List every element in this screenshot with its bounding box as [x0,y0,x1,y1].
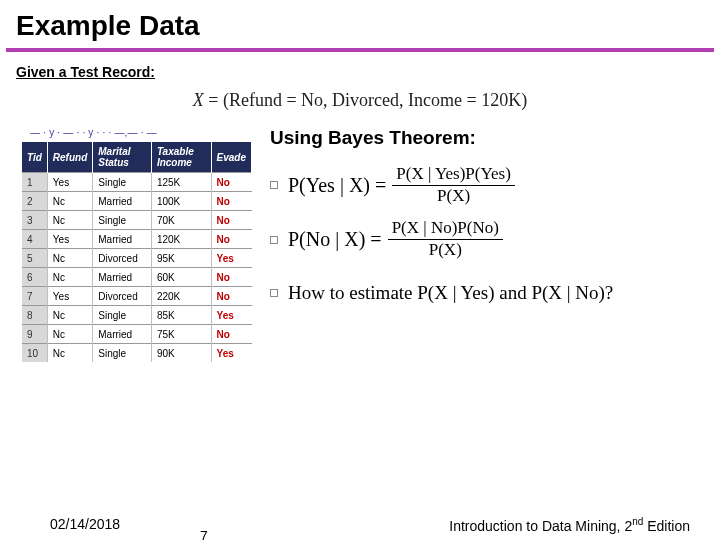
cell-income: 90K [151,344,211,363]
table-row: 9NcMarried75KNo [22,325,252,344]
cell-tid: 8 [22,306,47,325]
howto-text: How to estimate P(X | Yes) and P(X | No)… [288,282,613,304]
test-record-formula: X = (Refund = No, Divorced, Income = 120… [0,90,720,111]
cell-refund: Nc [47,249,92,268]
cell-evade: No [211,325,251,344]
table-row: 7YesDivorced220KNo [22,287,252,306]
divider [6,48,714,52]
table-column: — · y · — · · y · · · —,— · — Tid Refund… [0,127,270,362]
cell-refund: Nc [47,192,92,211]
cell-evade: No [211,287,251,306]
footer-date: 02/14/2018 [50,516,120,534]
cell-income: 70K [151,211,211,230]
cell-status: Married [93,268,152,287]
eq2-lhs: P(No | X) = [288,228,382,251]
cell-income: 60K [151,268,211,287]
cell-status: Divorced [93,287,152,306]
cell-evade: No [211,173,251,192]
cell-tid: 7 [22,287,47,306]
square-bullet-icon [270,181,278,189]
cell-status: Single [93,344,152,363]
caption-garbled: — · y · — · · y · · · —,— · — [30,127,270,138]
page-number: 7 [200,528,208,540]
footer-book-sup: nd [632,516,643,527]
eq-row-2: P(No | X) = P(X | No)P(No) P(X) [270,219,712,259]
equation-1: P(Yes | X) = P(X | Yes)P(Yes) P(X) [288,165,515,205]
cell-income: 125K [151,173,211,192]
cell-income: 95K [151,249,211,268]
cell-refund: Nc [47,211,92,230]
table-row: 1YesSingle125KNo [22,173,252,192]
cell-evade: No [211,211,251,230]
cell-refund: Yes [47,230,92,249]
howto-row: How to estimate P(X | Yes) and P(X | No)… [270,282,712,304]
bayes-heading: Using Bayes Theorem: [270,127,712,149]
eq-row-1: P(Yes | X) = P(X | Yes)P(Yes) P(X) [270,165,712,205]
cell-tid: 2 [22,192,47,211]
cell-status: Married [93,230,152,249]
example-table: Tid Refund Marital Status Taxable Income… [22,142,252,362]
eq2-den: P(X) [425,240,466,260]
footer-book-post: Edition [643,518,690,534]
square-bullet-icon [270,236,278,244]
footer-book: Introduction to Data Mining, 2nd Edition [449,516,690,534]
equation-2: P(No | X) = P(X | No)P(No) P(X) [288,219,503,259]
table-header-row: Tid Refund Marital Status Taxable Income… [22,142,252,173]
cell-income: 85K [151,306,211,325]
cell-status: Married [93,192,152,211]
cell-status: Single [93,306,152,325]
cell-income: 120K [151,230,211,249]
cell-refund: Nc [47,306,92,325]
table-row: 4YesMarried120KNo [22,230,252,249]
cell-income: 75K [151,325,211,344]
eq1-num: P(X | Yes)P(Yes) [392,165,515,186]
cell-refund: Yes [47,173,92,192]
cell-tid: 3 [22,211,47,230]
cell-refund: Nc [47,325,92,344]
cell-refund: Yes [47,287,92,306]
subtitle: Given a Test Record: [0,56,720,80]
table-row: 8NcSingle85KYes [22,306,252,325]
fraction: P(X | No)P(No) P(X) [388,219,503,259]
footer-book-pre: Introduction to Data Mining, 2 [449,518,632,534]
cell-evade: Yes [211,249,251,268]
table-row: 3NcSingle70KNo [22,211,252,230]
table-row: 6NcMarried60KNo [22,268,252,287]
table-row: 5NcDivorced95KYes [22,249,252,268]
cell-tid: 4 [22,230,47,249]
eq1-lhs: P(Yes | X) = [288,174,386,197]
cell-income: 100K [151,192,211,211]
table-row: 2NcMarried100KNo [22,192,252,211]
cell-tid: 5 [22,249,47,268]
cell-income: 220K [151,287,211,306]
cell-refund: Nc [47,344,92,363]
square-bullet-icon [270,289,278,297]
th-status: Marital Status [93,142,152,173]
th-tid: Tid [22,142,47,173]
cell-evade: No [211,230,251,249]
footer: 02/14/2018 Introduction to Data Mining, … [0,516,720,534]
bayes-column: Using Bayes Theorem: P(Yes | X) = P(X | … [270,127,720,318]
cell-evade: No [211,268,251,287]
cell-tid: 9 [22,325,47,344]
cell-evade: Yes [211,306,251,325]
cell-status: Single [93,211,152,230]
table-row: 10NcSingle90KYes [22,344,252,363]
cell-status: Divorced [93,249,152,268]
cell-status: Married [93,325,152,344]
cell-status: Single [93,173,152,192]
cell-tid: 6 [22,268,47,287]
th-income: Taxable Income [151,142,211,173]
slide-title: Example Data [0,0,720,42]
cell-evade: Yes [211,344,251,363]
th-evade: Evade [211,142,251,173]
cell-refund: Nc [47,268,92,287]
eq1-den: P(X) [433,186,474,206]
cell-tid: 1 [22,173,47,192]
cell-evade: No [211,192,251,211]
th-refund: Refund [47,142,92,173]
content-row: — · y · — · · y · · · —,— · — Tid Refund… [0,127,720,362]
cell-tid: 10 [22,344,47,363]
fraction: P(X | Yes)P(Yes) P(X) [392,165,515,205]
eq2-num: P(X | No)P(No) [388,219,503,240]
